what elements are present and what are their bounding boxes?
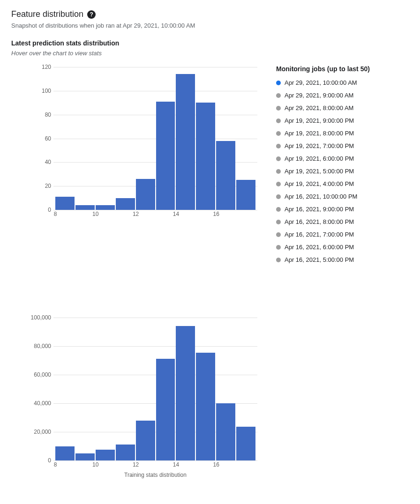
job-timestamp-label: Apr 19, 2021, 6:00:00 PM — [285, 155, 354, 162]
monitoring-job-item[interactable]: Apr 19, 2021, 8:00:00 PM — [276, 127, 379, 140]
x-tick-label: 16 — [213, 211, 219, 217]
job-timestamp-label: Apr 29, 2021, 9:00:00 AM — [285, 92, 353, 99]
job-timestamp-label: Apr 19, 2021, 7:00:00 PM — [285, 142, 354, 149]
monitoring-job-item[interactable]: Apr 16, 2021, 8:00:00 PM — [276, 215, 379, 228]
chart-bar[interactable] — [136, 179, 155, 210]
monitoring-job-item[interactable]: Apr 29, 2021, 9:00:00 AM — [276, 89, 379, 102]
job-status-dot — [276, 119, 281, 123]
job-timestamp-label: Apr 19, 2021, 9:00:00 PM — [285, 117, 354, 124]
job-timestamp-label: Apr 16, 2021, 8:00:00 PM — [285, 218, 354, 225]
chart-bar[interactable] — [216, 141, 235, 210]
chart-gridline — [53, 210, 257, 210]
chart-bar[interactable] — [96, 450, 115, 460]
monitoring-job-item[interactable]: Apr 16, 2021, 5:00:00 PM — [276, 253, 379, 266]
jobs-title: Monitoring jobs (up to last 50) — [276, 65, 379, 73]
chart-bar[interactable] — [196, 353, 215, 460]
training-chart[interactable]: 020,00040,00060,00080,000100,000 8101214… — [53, 318, 257, 478]
monitoring-job-item[interactable]: Apr 29, 2021, 8:00:00 AM — [276, 102, 379, 114]
x-tick-label: 14 — [173, 211, 179, 217]
y-tick-label: 60,000 — [34, 371, 51, 378]
chart-bar[interactable] — [116, 445, 135, 460]
chart-bar[interactable] — [176, 326, 195, 460]
job-status-dot — [276, 144, 281, 148]
chart-bar[interactable] — [75, 205, 95, 210]
chart-gridline — [53, 460, 257, 461]
monitoring-job-item[interactable]: Apr 19, 2021, 6:00:00 PM — [276, 152, 379, 165]
x-tick-label: 14 — [173, 461, 179, 468]
chart-bar[interactable] — [136, 421, 155, 460]
monitoring-job-item[interactable]: Apr 16, 2021, 6:00:00 PM — [276, 241, 379, 253]
job-status-dot — [276, 220, 281, 224]
y-tick-label: 100 — [42, 88, 51, 94]
chart-bar[interactable] — [216, 403, 235, 460]
y-tick-label: 0 — [48, 207, 51, 213]
job-status-dot — [276, 81, 281, 85]
job-timestamp-label: Apr 19, 2021, 8:00:00 PM — [285, 130, 354, 137]
chart-bar[interactable] — [236, 180, 255, 210]
y-tick-label: 0 — [48, 457, 51, 464]
chart-bar[interactable] — [156, 359, 175, 460]
monitoring-jobs-panel: Monitoring jobs (up to last 50) Apr 29, … — [276, 61, 379, 266]
job-status-dot — [276, 93, 281, 98]
chart-bar[interactable] — [236, 427, 255, 460]
x-tick-label: 10 — [92, 211, 98, 217]
job-timestamp-label: Apr 16, 2021, 10:00:00 PM — [285, 193, 357, 200]
monitoring-job-item[interactable]: Apr 16, 2021, 10:00:00 PM — [276, 190, 379, 203]
monitoring-job-item[interactable]: Apr 19, 2021, 5:00:00 PM — [276, 165, 379, 178]
chart-bar[interactable] — [96, 205, 115, 210]
job-status-dot — [276, 156, 281, 161]
job-status-dot — [276, 207, 281, 212]
job-timestamp-label: Apr 19, 2021, 5:00:00 PM — [285, 168, 354, 175]
y-tick-label: 60 — [45, 135, 51, 142]
x-tick-label: 10 — [92, 461, 98, 468]
job-status-dot — [276, 245, 281, 250]
section-title: Latest prediction stats distribution — [11, 39, 409, 47]
chart-bar[interactable] — [196, 103, 215, 210]
job-timestamp-label: Apr 16, 2021, 7:00:00 PM — [285, 231, 354, 238]
x-tick-label: 8 — [54, 461, 57, 468]
snapshot-subtitle: Snapshot of distributions when job ran a… — [11, 22, 409, 29]
x-tick-label: 8 — [54, 211, 57, 217]
x-tick-label: 16 — [213, 461, 219, 468]
y-tick-label: 80 — [45, 111, 51, 118]
job-status-dot — [276, 169, 281, 174]
y-tick-label: 40 — [45, 159, 51, 165]
y-tick-label: 20,000 — [34, 429, 51, 435]
chart-bar[interactable] — [55, 446, 75, 461]
chart-bar[interactable] — [75, 453, 95, 460]
chart-bar[interactable] — [156, 102, 175, 210]
y-tick-label: 120 — [42, 64, 51, 70]
job-timestamp-label: Apr 19, 2021, 4:00:00 PM — [285, 180, 354, 187]
monitoring-job-item[interactable]: Apr 16, 2021, 7:00:00 PM — [276, 228, 379, 241]
y-tick-label: 100,000 — [31, 314, 51, 321]
monitoring-job-item[interactable]: Apr 19, 2021, 7:00:00 PM — [276, 140, 379, 152]
y-tick-label: 20 — [45, 183, 51, 189]
help-icon[interactable]: ? — [87, 10, 96, 19]
y-tick-label: 80,000 — [34, 343, 51, 349]
job-timestamp-label: Apr 29, 2021, 8:00:00 AM — [285, 104, 353, 111]
job-status-dot — [276, 194, 281, 199]
job-status-dot — [276, 106, 281, 111]
job-status-dot — [276, 232, 281, 237]
job-timestamp-label: Apr 16, 2021, 6:00:00 PM — [285, 244, 354, 251]
job-status-dot — [276, 258, 281, 262]
page-title: Feature distribution — [11, 9, 83, 19]
monitoring-job-item[interactable]: Apr 29, 2021, 10:00:00 AM — [276, 76, 379, 89]
chart-bar[interactable] — [176, 74, 195, 210]
x-tick-label: 12 — [133, 461, 139, 468]
job-status-dot — [276, 182, 281, 186]
job-status-dot — [276, 131, 281, 136]
monitoring-job-item[interactable]: Apr 16, 2021, 9:00:00 PM — [276, 203, 379, 215]
job-timestamp-label: Apr 16, 2021, 5:00:00 PM — [285, 256, 354, 263]
x-axis-label: Training stats distribution — [53, 472, 257, 478]
prediction-chart[interactable]: 020406080100120 810121416 — [53, 67, 257, 219]
monitoring-job-item[interactable]: Apr 19, 2021, 4:00:00 PM — [276, 178, 379, 190]
job-timestamp-label: Apr 29, 2021, 10:00:00 AM — [285, 79, 357, 86]
section-hint: Hover over the chart to view stats — [11, 50, 409, 57]
job-timestamp-label: Apr 16, 2021, 9:00:00 PM — [285, 206, 354, 213]
x-tick-label: 12 — [133, 211, 139, 217]
chart-bar[interactable] — [55, 197, 75, 210]
chart-bar[interactable] — [116, 198, 135, 210]
monitoring-job-item[interactable]: Apr 19, 2021, 9:00:00 PM — [276, 114, 379, 127]
y-tick-label: 40,000 — [34, 400, 51, 407]
